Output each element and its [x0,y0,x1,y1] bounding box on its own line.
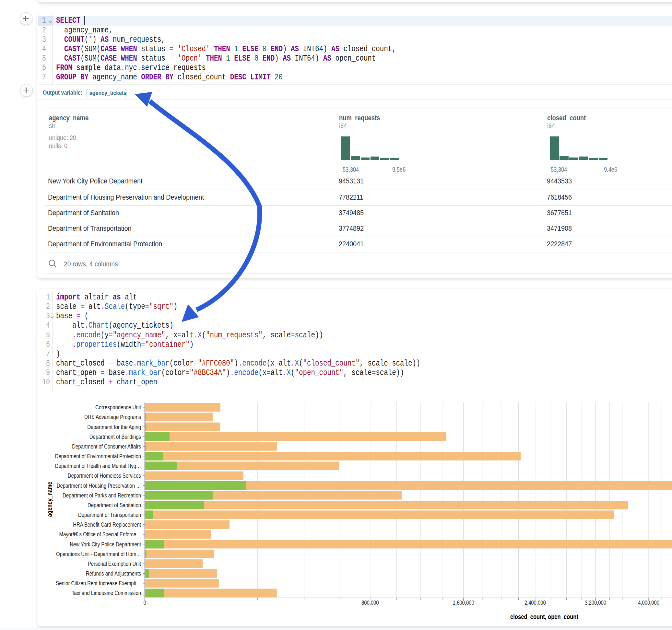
svg-text:agency_name: agency_name [46,482,53,516]
svg-text:Senior Citizen Rent Increase E: Senior Citizen Rent Increase Exempti… [56,580,141,587]
svg-text:Department of Environmental Pr: Department of Environmental Protection [55,453,141,460]
svg-text:4,000,000: 4,000,000 [638,599,659,606]
svg-text:Mayorâ€ s Office of Special En: Mayorâ€ s Office of Special Enforce… [59,531,141,538]
svg-text:Department of Sanitation: Department of Sanitation [88,502,141,508]
svg-text:closed_count, open_count: closed_count, open_count [510,613,579,620]
svg-text:HRA Benefit Card Replacement: HRA Benefit Card Replacement [73,522,141,528]
svg-text:New York City Police Departmen: New York City Police Department [70,541,141,548]
svg-text:Department of Parks and Recrea: Department of Parks and Recreation [63,492,141,499]
svg-text:Department of Housing Preserva: Department of Housing Preservation … [57,482,141,489]
svg-text:3,200,000: 3,200,000 [585,599,606,606]
svg-text:Department of Homeless Service: Department of Homeless Services [68,472,141,479]
svg-text:1,600,000: 1,600,000 [453,599,474,606]
svg-text:800,000: 800,000 [361,599,379,606]
svg-text:DHS Advantage Programs: DHS Advantage Programs [84,414,141,421]
svg-text:Department of Health and Menta: Department of Health and Mental Hyg… [55,463,141,469]
svg-text:Department for the Aging: Department for the Aging [87,423,141,430]
svg-text:Operations Unit - Department o: Operations Unit - Department of Hom… [56,551,141,557]
svg-text:Personal Exemption Unit: Personal Exemption Unit [88,560,141,567]
svg-text:0: 0 [143,599,146,606]
svg-text:Correspondence Unit: Correspondence Unit [95,404,141,411]
svg-text:Taxi and Limousine Commission: Taxi and Limousine Commission [72,590,141,597]
svg-text:Refunds and Adjustments: Refunds and Adjustments [86,570,141,577]
svg-text:Department of Consumer Affairs: Department of Consumer Affairs [72,443,141,450]
svg-text:Department of Transportation: Department of Transportation [78,511,141,518]
svg-text:2,400,000: 2,400,000 [525,599,546,606]
svg-text:Department of Buildings: Department of Buildings [90,433,141,440]
